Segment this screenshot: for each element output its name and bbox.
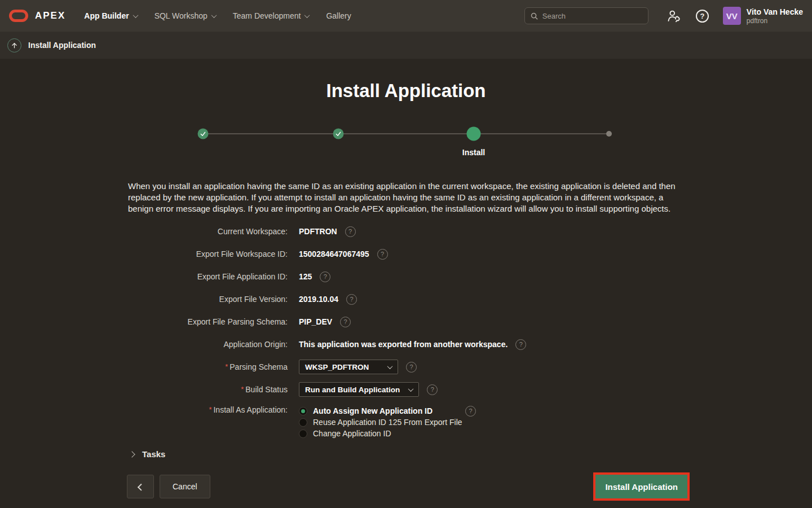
field-help-icon[interactable]: ? [515, 339, 526, 350]
field-label: Application Origin: [0, 340, 299, 349]
required-asterisk: * [241, 385, 244, 393]
select-value: Run and Build Application [305, 386, 400, 394]
user-name: Vito Van Hecke [747, 7, 803, 17]
field-value: PIP_DEV [299, 317, 332, 326]
user-workspace: pdftron [747, 17, 803, 25]
oracle-logo-icon [9, 10, 28, 22]
avatar: VV [723, 7, 741, 25]
field-row-parsing-schema: *Parsing Schema WKSP_PDFTRON ? [0, 356, 812, 378]
nav-item-label: Gallery [326, 11, 351, 20]
field-row-export-application-id: Export File Application ID: 125 ? [0, 265, 812, 288]
check-icon [336, 131, 342, 137]
cancel-button[interactable]: Cancel [160, 475, 210, 498]
page-title: Install Application [0, 80, 812, 102]
wizard-progress: Install [0, 120, 812, 164]
back-button[interactable] [127, 475, 154, 498]
field-help-icon[interactable]: ? [406, 362, 417, 373]
field-help-icon[interactable]: ? [346, 294, 357, 305]
chevron-down-icon [387, 364, 393, 369]
parsing-schema-select[interactable]: WKSP_PDFTRON [299, 360, 398, 374]
wizard-step-completed-1 [198, 129, 209, 139]
wizard-step-current-install [467, 127, 481, 141]
wizard-step-label: Install [462, 148, 485, 157]
field-row-export-workspace-id: Export File Workspace ID: 15002846470674… [0, 243, 812, 265]
chevron-right-icon [129, 451, 135, 457]
field-value: PDFTRON [299, 227, 337, 236]
field-label: Export File Application ID: [0, 272, 299, 281]
radio-button-icon [299, 430, 307, 438]
nav-item-app-builder[interactable]: App Builder [76, 0, 145, 32]
radio-change-application-id[interactable]: Change Application ID [299, 428, 476, 439]
radio-auto-assign-new-id[interactable]: Auto Assign New Application ID ? [299, 405, 476, 417]
install-application-button[interactable]: Install Application [595, 475, 687, 498]
nav-up-button[interactable] [7, 38, 21, 52]
field-value: 1500284647067495 [299, 249, 369, 259]
field-help-icon[interactable]: ? [345, 226, 356, 237]
search-icon [530, 12, 539, 20]
nav-item-label: App Builder [84, 11, 129, 20]
field-value: 2019.10.04 [299, 295, 338, 304]
question-icon: ? [696, 10, 709, 23]
nav-item-gallery[interactable]: Gallery [317, 0, 359, 32]
apex-brand: APEX [35, 10, 65, 21]
administration-button[interactable] [666, 8, 681, 24]
chevron-down-icon [408, 386, 414, 392]
page-description: When you install an application having t… [128, 181, 686, 214]
nav-item-label: Team Development [233, 11, 301, 20]
radio-reuse-application-id[interactable]: Reuse Application ID 125 From Export Fil… [299, 417, 476, 428]
radio-label: Change Application ID [313, 429, 391, 438]
install-form: Current Workspace: PDFTRON ? Export File… [0, 220, 812, 439]
wizard-line [203, 133, 609, 134]
search-input[interactable] [542, 12, 633, 20]
chevron-left-icon [137, 483, 144, 491]
field-help-icon[interactable]: ? [465, 406, 476, 417]
wizard-buttons: Cancel Install Application [0, 472, 812, 501]
help-button[interactable]: ? [696, 10, 709, 23]
main-content: Install Application Install When you ins… [0, 80, 812, 501]
tasks-label: Tasks [142, 449, 165, 459]
search-box [524, 7, 648, 24]
field-value: 125 [299, 272, 312, 281]
select-value: WKSP_PDFTRON [305, 363, 369, 371]
wizard-step-upcoming [606, 131, 612, 137]
required-asterisk: * [225, 362, 228, 371]
chevron-down-icon [304, 12, 310, 18]
chevron-down-icon [211, 12, 217, 18]
chevron-down-icon [133, 12, 138, 18]
field-help-icon[interactable]: ? [427, 384, 438, 395]
field-help-icon[interactable]: ? [377, 249, 388, 260]
field-row-current-workspace: Current Workspace: PDFTRON ? [0, 220, 812, 243]
breadcrumb-title: Install Application [28, 41, 96, 50]
field-row-export-file-version: Export File Version: 2019.10.04 ? [0, 288, 812, 310]
field-label: Export File Version: [0, 295, 299, 304]
check-icon [200, 131, 206, 137]
field-label: *Install As Application: [0, 405, 299, 414]
avatar-initials: VV [726, 11, 738, 21]
radio-label: Auto Assign New Application ID [313, 406, 433, 415]
nav-item-team-development[interactable]: Team Development [224, 0, 318, 32]
user-menu[interactable]: VV Vito Van Hecke pdftron [723, 7, 803, 25]
field-row-build-status: *Build Status Run and Build Application … [0, 378, 812, 401]
field-row-install-as-application: *Install As Application: Auto Assign New… [0, 401, 812, 439]
tasks-disclosure[interactable]: Tasks [130, 449, 165, 459]
arrow-up-icon [11, 42, 18, 49]
field-label: *Build Status [0, 385, 299, 394]
field-label: Export File Workspace ID: [0, 249, 299, 259]
build-status-select[interactable]: Run and Build Application [299, 382, 419, 397]
radio-button-icon [299, 418, 307, 427]
field-label: Current Workspace: [0, 227, 299, 236]
field-help-icon[interactable]: ? [320, 271, 330, 282]
user-wrench-icon [666, 8, 681, 24]
field-value: This application was exported from anoth… [299, 340, 508, 349]
field-row-application-origin: Application Origin: This application was… [0, 333, 812, 356]
nav-item-label: SQL Workshop [155, 11, 208, 20]
radio-label: Reuse Application ID 125 From Export Fil… [313, 418, 462, 427]
nav-item-sql-workshop[interactable]: SQL Workshop [146, 0, 224, 32]
field-help-icon[interactable]: ? [340, 317, 351, 327]
radio-button-icon [299, 407, 307, 415]
field-row-export-parsing-schema: Export File Parsing Schema: PIP_DEV ? [0, 310, 812, 333]
top-navigation-bar: APEX App Builder SQL Workshop Team Devel… [0, 0, 812, 32]
click-target-highlight: Install Application [593, 472, 690, 501]
breadcrumb: Install Application [0, 32, 812, 59]
wizard-step-completed-2 [333, 129, 344, 139]
